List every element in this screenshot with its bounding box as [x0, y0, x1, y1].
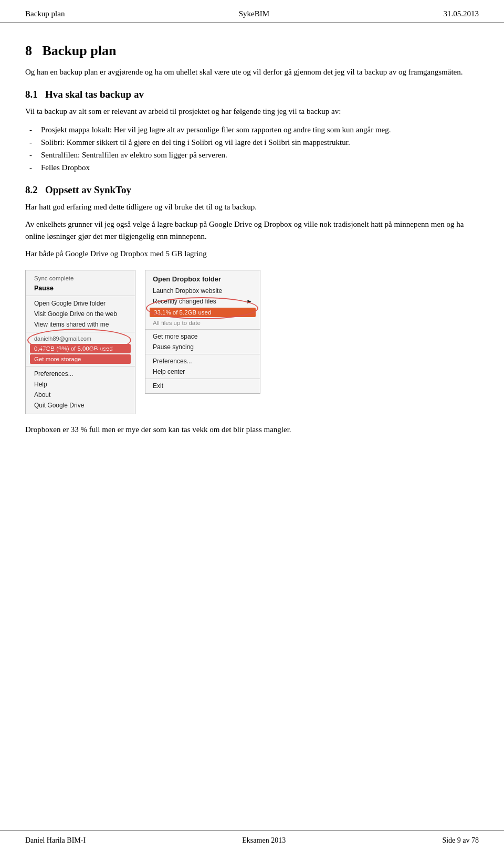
dropbox-sep3 — [145, 379, 260, 379]
gdrive-email: danielh89@gmail.com — [26, 334, 135, 343]
dropbox-get-space[interactable]: Get more space — [145, 331, 260, 342]
dropbox-exit[interactable]: Exit — [145, 381, 260, 391]
chapter-title-text: Backup plan — [43, 43, 117, 58]
section2-para1: Har hatt god erfaring med dette tidliger… — [25, 201, 479, 213]
bullet-1: Prosjekt mappa lokalt: Her vil jeg lagre… — [36, 123, 479, 136]
dropbox-storage: 33.1% of 5.2GB used — [150, 308, 256, 317]
bullet-3: Sentralfilen: Sentralfilen av elektro so… — [36, 149, 479, 161]
gdrive-sep2 — [26, 332, 135, 332]
dropbox-all-files: All files up to date — [145, 318, 260, 328]
dropbox-help-center[interactable]: Help center — [145, 366, 260, 377]
dropbox-sep2 — [145, 354, 260, 354]
gdrive-screenshot: Sync complete Pause Open Google Drive fo… — [25, 270, 135, 414]
screenshots-area: Sync complete Pause Open Google Drive fo… — [25, 270, 479, 414]
footer-right: Side 9 av 78 — [442, 836, 479, 845]
gdrive-get-storage[interactable]: Get more storage — [30, 354, 131, 364]
gdrive-preferences[interactable]: Preferences... — [26, 369, 135, 379]
section2-para2: Av enkelhets grunner vil jeg også velge … — [25, 218, 479, 243]
gdrive-sep1 — [26, 296, 135, 296]
dropbox-pause-syncing[interactable]: Pause syncing — [145, 342, 260, 352]
footer-left: Daniel Harila BIM-I — [25, 836, 86, 845]
gdrive-about[interactable]: About — [26, 390, 135, 400]
section1-title: 8.1 Hva skal tas backup av — [25, 89, 479, 100]
gdrive-visit-web[interactable]: Visit Google Drive on the web — [26, 309, 135, 319]
gdrive-pause[interactable]: Pause — [26, 283, 135, 293]
gdrive-help[interactable]: Help — [26, 379, 135, 390]
footer-center: Eksamen 2013 — [242, 836, 286, 845]
header-right: 31.05.2013 — [444, 9, 479, 18]
header-left: Backup plan — [25, 9, 65, 18]
main-content: 8 Backup plan Og han en backup plan er a… — [0, 33, 504, 452]
storage-note: Har både på Google Drive og Dropbox med … — [25, 248, 479, 260]
gdrive-open-folder[interactable]: Open Google Drive folder — [26, 298, 135, 309]
gdrive-view-shared[interactable]: View items shared with me — [26, 319, 135, 330]
chapter-number: 8 — [25, 43, 32, 58]
dropbox-open-folder[interactable]: Open Dropbox folder — [145, 272, 260, 286]
page-header: Backup plan SykeBIM 31.05.2013 — [0, 0, 504, 23]
gdrive-sep3 — [26, 366, 135, 366]
dropbox-sep1 — [145, 329, 260, 330]
bullet-4: Felles Dropbox — [36, 161, 479, 174]
dropbox-preferences[interactable]: Preferences... — [145, 356, 260, 366]
gdrive-storage: 0,47GB (9%) of 5,00GB used — [30, 344, 131, 353]
page-footer: Daniel Harila BIM-I Eksamen 2013 Side 9 … — [0, 831, 504, 850]
section1-bullets: Prosjekt mappa lokalt: Her vil jeg lagre… — [36, 123, 479, 174]
dropbox-menu: Open Dropbox folder Launch Dropbox websi… — [145, 270, 260, 394]
dropbox-recently-changed[interactable]: Recently changed files ► — [145, 296, 260, 307]
section2-title: 8.2 Oppsett av SynkToy — [25, 184, 479, 196]
dropbox-note: Dropboxen er 33 % full men er mye der so… — [25, 424, 479, 436]
gdrive-menu: Sync complete Pause Open Google Drive fo… — [25, 270, 135, 414]
dropbox-screenshot: Open Dropbox folder Launch Dropbox websi… — [145, 270, 260, 394]
intro-paragraph: Og han en backup plan er avgjørende og h… — [25, 66, 479, 78]
bullet-2: Solibri: Kommer sikkert til å gjøre en d… — [36, 136, 479, 149]
gdrive-status: Sync complete — [26, 274, 135, 283]
gdrive-quit[interactable]: Quit Google Drive — [26, 400, 135, 411]
section1-intro: Vil ta backup av alt som er relevant av … — [25, 106, 479, 118]
dropbox-launch-website[interactable]: Launch Dropbox website — [145, 286, 260, 296]
header-center: SykeBIM — [239, 9, 269, 18]
chapter-title: 8 Backup plan — [25, 43, 479, 59]
